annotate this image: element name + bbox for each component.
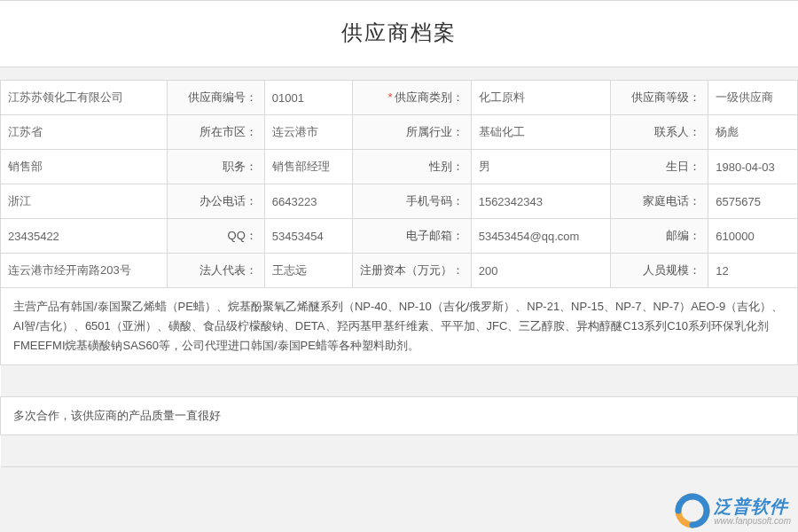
field-value: 01001 bbox=[264, 81, 352, 115]
table-row: 浙江办公电话：6643223手机号码：1562342343家庭电话：657567… bbox=[1, 184, 798, 219]
field-label-text: 联系人： bbox=[654, 125, 700, 138]
field-label: 联系人： bbox=[611, 115, 708, 150]
spacer-row bbox=[1, 435, 798, 467]
field-value: 6575675 bbox=[708, 184, 798, 219]
field-label-text: 人员规模： bbox=[643, 263, 700, 277]
field-label-text: 生日： bbox=[666, 160, 700, 173]
field-label: 性别： bbox=[352, 150, 471, 184]
field-value: 23435422 bbox=[1, 219, 168, 254]
field-label: QQ： bbox=[167, 219, 264, 254]
field-label-text: 邮编： bbox=[666, 229, 700, 242]
table-row: 23435422QQ：53453454电子邮箱：53453454@qq.com邮… bbox=[1, 219, 798, 254]
field-label: 邮编： bbox=[611, 219, 708, 254]
required-marker: * bbox=[388, 90, 393, 104]
field-value: 53453454@qq.com bbox=[471, 219, 611, 254]
table-row: 江苏苏领化工有限公司供应商编号：01001*供应商类别：化工原料供应商等级：一级… bbox=[1, 81, 798, 115]
main-products-text: 主营产品有韩国/泰国聚乙烯蜡（PE蜡）、烷基酚聚氧乙烯醚系列（NP-40、NP-… bbox=[1, 288, 798, 365]
page-title: 供应商档案 bbox=[0, 0, 798, 67]
field-value: 销售部 bbox=[1, 150, 168, 184]
field-label: 职务： bbox=[167, 150, 264, 184]
watermark-logo: 泛普软件 www.fanpusoft.com bbox=[675, 493, 791, 528]
watermark-company: 泛普软件 bbox=[714, 497, 791, 516]
field-label: 供应商编号： bbox=[167, 81, 264, 115]
field-value: 1980-04-03 bbox=[708, 150, 798, 184]
field-label: 办公电话： bbox=[167, 184, 264, 219]
table-row: 销售部职务：销售部经理性别：男生日：1980-04-03 bbox=[1, 150, 798, 184]
field-label-text: 家庭电话： bbox=[643, 194, 700, 207]
watermark-url: www.fanpusoft.com bbox=[714, 516, 791, 526]
field-label: 所属行业： bbox=[352, 115, 471, 150]
field-value: 基础化工 bbox=[471, 115, 611, 150]
field-value: 连云港市经开南路203号 bbox=[1, 254, 168, 288]
field-label-text: 所在市区： bbox=[200, 125, 257, 138]
field-value: 610000 bbox=[708, 219, 798, 254]
field-label: 供应商等级： bbox=[611, 81, 708, 115]
field-label: 人员规模： bbox=[611, 254, 708, 288]
field-label-text: 供应商类别： bbox=[395, 90, 464, 104]
field-value: 销售部经理 bbox=[264, 150, 352, 184]
spacer-row bbox=[1, 365, 798, 397]
field-value: 男 bbox=[471, 150, 611, 184]
fanpu-logo-icon bbox=[675, 493, 710, 528]
field-label-text: 电子邮箱： bbox=[406, 229, 464, 242]
field-value: 6643223 bbox=[264, 184, 352, 219]
field-label: 法人代表： bbox=[167, 254, 264, 288]
field-label: *供应商类别： bbox=[352, 81, 471, 115]
field-value: 200 bbox=[471, 254, 611, 288]
field-label-text: 性别： bbox=[429, 160, 464, 173]
field-value: 1562342343 bbox=[471, 184, 611, 219]
main-products-row: 主营产品有韩国/泰国聚乙烯蜡（PE蜡）、烷基酚聚氧乙烯醚系列（NP-40、NP-… bbox=[1, 288, 798, 365]
field-value: 江苏省 bbox=[1, 115, 168, 150]
supplier-form-table: 江苏苏领化工有限公司供应商编号：01001*供应商类别：化工原料供应商等级：一级… bbox=[0, 80, 798, 467]
field-value: 12 bbox=[708, 254, 798, 288]
field-label-text: QQ： bbox=[228, 229, 257, 242]
field-value: 江苏苏领化工有限公司 bbox=[1, 81, 168, 115]
field-value: 杨彪 bbox=[708, 115, 798, 150]
field-value: 王志远 bbox=[264, 254, 352, 288]
field-value: 一级供应商 bbox=[708, 81, 798, 115]
field-label: 家庭电话： bbox=[611, 184, 708, 219]
field-label: 手机号码： bbox=[352, 184, 471, 219]
field-label-text: 职务： bbox=[223, 160, 257, 173]
field-label: 注册资本（万元）： bbox=[352, 254, 471, 288]
table-row: 江苏省所在市区：连云港市所属行业：基础化工联系人：杨彪 bbox=[1, 115, 798, 150]
field-label-text: 法人代表： bbox=[200, 263, 257, 277]
table-row: 连云港市经开南路203号法人代表：王志远注册资本（万元）：200人员规模：12 bbox=[1, 254, 798, 288]
field-label-text: 供应商编号： bbox=[188, 90, 257, 104]
field-label-text: 所属行业： bbox=[406, 125, 464, 138]
field-label-text: 手机号码： bbox=[406, 194, 464, 207]
field-label-text: 办公电话： bbox=[200, 194, 257, 207]
field-value: 浙江 bbox=[1, 184, 168, 219]
field-label: 电子邮箱： bbox=[352, 219, 471, 254]
remark-row: 多次合作，该供应商的产品质量一直很好 bbox=[1, 397, 798, 435]
field-label: 所在市区： bbox=[167, 115, 264, 150]
field-value: 53453454 bbox=[264, 219, 352, 254]
field-label-text: 供应商等级： bbox=[631, 90, 700, 104]
field-label-text: 注册资本（万元）： bbox=[360, 263, 464, 277]
field-value: 连云港市 bbox=[264, 115, 352, 150]
field-value: 化工原料 bbox=[471, 81, 611, 115]
field-label: 生日： bbox=[611, 150, 708, 184]
remark-text: 多次合作，该供应商的产品质量一直很好 bbox=[1, 397, 798, 435]
